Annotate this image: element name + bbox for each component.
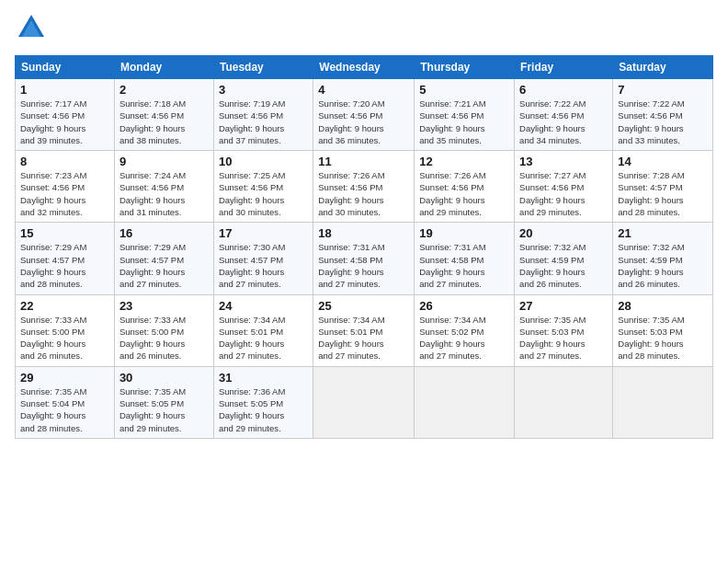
calendar-cell: 24Sunrise: 7:34 AMSunset: 5:01 PMDayligh… bbox=[213, 294, 313, 366]
day-info: Sunrise: 7:34 AMSunset: 5:01 PMDaylight:… bbox=[318, 314, 409, 362]
calendar-table: SundayMondayTuesdayWednesdayThursdayFrid… bbox=[15, 55, 713, 439]
day-info: Sunrise: 7:35 AMSunset: 5:05 PMDaylight:… bbox=[119, 385, 209, 434]
calendar-cell: 16Sunrise: 7:29 AMSunset: 4:57 PMDayligh… bbox=[114, 223, 213, 294]
day-info: Sunrise: 7:30 AMSunset: 4:57 PMDaylight:… bbox=[219, 241, 308, 290]
calendar-cell: 6Sunrise: 7:22 AMSunset: 4:56 PMDaylight… bbox=[515, 79, 613, 151]
day-number: 5 bbox=[419, 83, 509, 97]
day-number: 1 bbox=[20, 83, 109, 97]
day-number: 31 bbox=[219, 371, 308, 385]
day-number: 15 bbox=[20, 226, 109, 240]
calendar-cell: 30Sunrise: 7:35 AMSunset: 5:05 PMDayligh… bbox=[114, 366, 213, 438]
day-info: Sunrise: 7:34 AMSunset: 5:01 PMDaylight:… bbox=[219, 314, 308, 362]
calendar-cell: 11Sunrise: 7:26 AMSunset: 4:56 PMDayligh… bbox=[313, 151, 415, 223]
day-info: Sunrise: 7:34 AMSunset: 5:02 PMDaylight:… bbox=[419, 314, 509, 362]
calendar-cell: 29Sunrise: 7:35 AMSunset: 5:04 PMDayligh… bbox=[16, 366, 115, 438]
day-number: 4 bbox=[318, 83, 409, 97]
day-number: 16 bbox=[119, 226, 209, 240]
day-number: 23 bbox=[119, 299, 209, 313]
day-info: Sunrise: 7:21 AMSunset: 4:56 PMDaylight:… bbox=[419, 98, 509, 146]
calendar-cell: 19Sunrise: 7:31 AMSunset: 4:58 PMDayligh… bbox=[415, 223, 515, 294]
day-number: 17 bbox=[219, 226, 308, 240]
calendar-cell: 28Sunrise: 7:35 AMSunset: 5:03 PMDayligh… bbox=[613, 294, 713, 366]
day-info: Sunrise: 7:32 AMSunset: 4:59 PMDaylight:… bbox=[618, 241, 708, 290]
day-number: 22 bbox=[20, 299, 109, 313]
day-number: 30 bbox=[119, 371, 209, 385]
day-info: Sunrise: 7:18 AMSunset: 4:56 PMDaylight:… bbox=[119, 98, 209, 146]
calendar-cell: 27Sunrise: 7:35 AMSunset: 5:03 PMDayligh… bbox=[515, 294, 613, 366]
weekday-header-wednesday: Wednesday bbox=[313, 56, 415, 79]
calendar-cell: 31Sunrise: 7:36 AMSunset: 5:05 PMDayligh… bbox=[213, 366, 313, 438]
calendar-cell: 5Sunrise: 7:21 AMSunset: 4:56 PMDaylight… bbox=[415, 79, 515, 151]
weekday-header-friday: Friday bbox=[515, 56, 613, 79]
day-number: 11 bbox=[318, 155, 409, 168]
day-info: Sunrise: 7:22 AMSunset: 4:56 PMDaylight:… bbox=[618, 98, 708, 146]
day-number: 2 bbox=[119, 83, 209, 97]
day-info: Sunrise: 7:23 AMSunset: 4:56 PMDaylight:… bbox=[20, 169, 109, 218]
day-info: Sunrise: 7:35 AMSunset: 5:04 PMDaylight:… bbox=[20, 385, 109, 434]
weekday-header-thursday: Thursday bbox=[415, 56, 515, 79]
calendar-cell: 1Sunrise: 7:17 AMSunset: 4:56 PMDaylight… bbox=[16, 79, 115, 151]
day-info: Sunrise: 7:25 AMSunset: 4:56 PMDaylight:… bbox=[219, 169, 308, 218]
calendar-cell: 13Sunrise: 7:27 AMSunset: 4:56 PMDayligh… bbox=[515, 151, 613, 223]
day-number: 3 bbox=[219, 83, 308, 97]
day-number: 9 bbox=[119, 155, 209, 168]
day-number: 20 bbox=[519, 226, 608, 240]
day-info: Sunrise: 7:35 AMSunset: 5:03 PMDaylight:… bbox=[618, 314, 708, 362]
logo bbox=[15, 11, 50, 48]
calendar-cell bbox=[313, 366, 415, 438]
day-number: 26 bbox=[419, 299, 509, 313]
calendar-cell: 26Sunrise: 7:34 AMSunset: 5:02 PMDayligh… bbox=[415, 294, 515, 366]
weekday-header-saturday: Saturday bbox=[613, 56, 713, 79]
calendar-cell: 7Sunrise: 7:22 AMSunset: 4:56 PMDaylight… bbox=[613, 79, 713, 151]
day-info: Sunrise: 7:26 AMSunset: 4:56 PMDaylight:… bbox=[318, 169, 409, 218]
calendar-cell: 8Sunrise: 7:23 AMSunset: 4:56 PMDaylight… bbox=[16, 151, 115, 223]
calendar-cell: 17Sunrise: 7:30 AMSunset: 4:57 PMDayligh… bbox=[213, 223, 313, 294]
calendar-cell: 22Sunrise: 7:33 AMSunset: 5:00 PMDayligh… bbox=[16, 294, 115, 366]
day-number: 28 bbox=[618, 299, 708, 313]
day-info: Sunrise: 7:36 AMSunset: 5:05 PMDaylight:… bbox=[219, 385, 308, 434]
day-info: Sunrise: 7:27 AMSunset: 4:56 PMDaylight:… bbox=[519, 169, 608, 218]
calendar-cell bbox=[415, 366, 515, 438]
day-info: Sunrise: 7:24 AMSunset: 4:56 PMDaylight:… bbox=[119, 169, 209, 218]
calendar-cell: 18Sunrise: 7:31 AMSunset: 4:58 PMDayligh… bbox=[313, 223, 415, 294]
day-number: 13 bbox=[519, 155, 608, 168]
day-number: 29 bbox=[20, 371, 109, 385]
calendar-cell bbox=[613, 366, 713, 438]
calendar-cell: 12Sunrise: 7:26 AMSunset: 4:56 PMDayligh… bbox=[415, 151, 515, 223]
header bbox=[15, 11, 713, 48]
logo-icon bbox=[15, 11, 48, 44]
day-info: Sunrise: 7:20 AMSunset: 4:56 PMDaylight:… bbox=[318, 98, 409, 146]
day-number: 21 bbox=[618, 226, 708, 240]
day-number: 7 bbox=[618, 83, 708, 97]
calendar-cell: 10Sunrise: 7:25 AMSunset: 4:56 PMDayligh… bbox=[213, 151, 313, 223]
day-info: Sunrise: 7:17 AMSunset: 4:56 PMDaylight:… bbox=[20, 98, 109, 146]
calendar-cell: 14Sunrise: 7:28 AMSunset: 4:57 PMDayligh… bbox=[613, 151, 713, 223]
calendar-cell: 23Sunrise: 7:33 AMSunset: 5:00 PMDayligh… bbox=[114, 294, 213, 366]
calendar-cell: 25Sunrise: 7:34 AMSunset: 5:01 PMDayligh… bbox=[313, 294, 415, 366]
day-number: 19 bbox=[419, 226, 509, 240]
day-info: Sunrise: 7:19 AMSunset: 4:56 PMDaylight:… bbox=[219, 98, 308, 146]
day-info: Sunrise: 7:29 AMSunset: 4:57 PMDaylight:… bbox=[20, 241, 109, 290]
page-container: SundayMondayTuesdayWednesdayThursdayFrid… bbox=[0, 0, 728, 446]
day-number: 14 bbox=[618, 155, 708, 168]
calendar-cell bbox=[515, 366, 613, 438]
weekday-header-tuesday: Tuesday bbox=[213, 56, 313, 79]
day-number: 27 bbox=[519, 299, 608, 313]
day-number: 18 bbox=[318, 226, 409, 240]
calendar-cell: 9Sunrise: 7:24 AMSunset: 4:56 PMDaylight… bbox=[114, 151, 213, 223]
day-number: 25 bbox=[318, 299, 409, 313]
day-number: 8 bbox=[20, 155, 109, 168]
day-number: 10 bbox=[219, 155, 308, 168]
day-info: Sunrise: 7:26 AMSunset: 4:56 PMDaylight:… bbox=[419, 169, 509, 218]
day-number: 6 bbox=[519, 83, 608, 97]
calendar-cell: 2Sunrise: 7:18 AMSunset: 4:56 PMDaylight… bbox=[114, 79, 213, 151]
day-info: Sunrise: 7:33 AMSunset: 5:00 PMDaylight:… bbox=[119, 314, 209, 362]
weekday-header-sunday: Sunday bbox=[16, 56, 115, 79]
weekday-header-monday: Monday bbox=[114, 56, 213, 79]
day-info: Sunrise: 7:31 AMSunset: 4:58 PMDaylight:… bbox=[419, 241, 509, 290]
day-info: Sunrise: 7:32 AMSunset: 4:59 PMDaylight:… bbox=[519, 241, 608, 290]
day-info: Sunrise: 7:31 AMSunset: 4:58 PMDaylight:… bbox=[318, 241, 409, 290]
calendar-cell: 21Sunrise: 7:32 AMSunset: 4:59 PMDayligh… bbox=[613, 223, 713, 294]
day-info: Sunrise: 7:29 AMSunset: 4:57 PMDaylight:… bbox=[119, 241, 209, 290]
day-info: Sunrise: 7:35 AMSunset: 5:03 PMDaylight:… bbox=[519, 314, 608, 362]
